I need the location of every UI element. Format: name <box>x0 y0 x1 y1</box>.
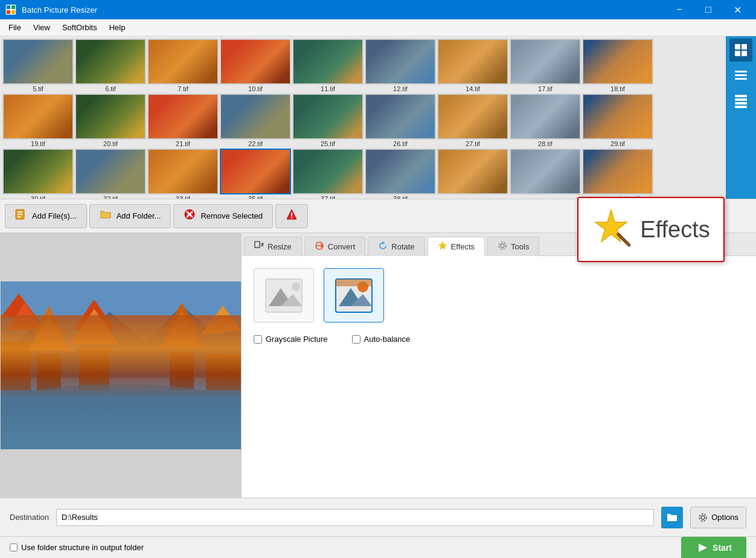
add-files-button[interactable]: Add File(s)... <box>5 204 87 228</box>
thumbnail-image[interactable] <box>75 39 146 85</box>
thumbnail-image[interactable] <box>292 39 364 85</box>
thumbnail-image[interactable] <box>220 94 291 140</box>
minimize-button[interactable]: − <box>665 0 693 19</box>
menu-view[interactable]: View <box>27 21 56 34</box>
thumb-label: 20.tif <box>103 140 118 147</box>
thumbnail-image[interactable] <box>582 39 653 85</box>
svg-rect-18 <box>18 214 22 215</box>
grayscale-checkbox[interactable] <box>254 335 262 344</box>
svg-rect-52 <box>255 242 260 248</box>
tab-effects[interactable]: Effects <box>428 237 485 256</box>
autobalance-checkbox-item[interactable]: Auto-balance <box>352 335 411 344</box>
thumbnail-image[interactable] <box>147 39 219 85</box>
thumbnail-row-2: 19.tif 20.tif 21.tif 22.tif 25.tif 26.ti… <box>2 94 744 147</box>
thumbnail-image[interactable] <box>582 94 653 140</box>
svg-rect-12 <box>735 95 747 97</box>
svg-rect-29 <box>1 281 241 449</box>
thumbnail-image[interactable] <box>292 149 364 194</box>
thumbnail-image[interactable] <box>365 94 436 140</box>
menu-help[interactable]: Help <box>103 21 132 34</box>
browse-button[interactable] <box>661 507 683 528</box>
thumb-label: 17.tif <box>538 85 553 92</box>
checkboxes-row: Grayscale Picture Auto-balance <box>254 335 744 344</box>
svg-rect-14 <box>735 102 747 104</box>
clear-all-button[interactable] <box>275 204 308 228</box>
thumb-label: 28.tif <box>538 140 553 147</box>
menu-file[interactable]: File <box>2 21 27 34</box>
effect-icons-row <box>254 268 744 322</box>
thumbnail-image[interactable] <box>437 94 508 140</box>
svg-point-25 <box>291 217 292 219</box>
list-item: 10.tif <box>220 39 291 92</box>
folder-structure-item[interactable]: Use folder structure in output folder <box>10 543 144 552</box>
tab-resize[interactable]: Resize <box>244 237 302 256</box>
thumbnail-image[interactable] <box>437 149 508 194</box>
list-item: 32.tif <box>75 149 146 199</box>
thumbnail-image[interactable] <box>292 94 364 140</box>
thumbnail-image[interactable] <box>147 94 219 140</box>
tab-tools[interactable]: Tools <box>487 237 539 256</box>
list-item: 21.tif <box>147 94 219 147</box>
list-item: 26.tif <box>365 94 436 147</box>
tab-convert-label: Convert <box>328 242 356 251</box>
effects-popup-text: Effects <box>640 217 710 243</box>
svg-rect-10 <box>735 74 747 76</box>
list-item: 30.tif <box>2 149 74 199</box>
options-button[interactable]: Options <box>690 507 746 528</box>
svg-rect-13 <box>735 98 747 101</box>
destination-label: Destination <box>10 513 49 522</box>
autobalance-checkbox[interactable] <box>352 335 360 344</box>
color-effect-box[interactable] <box>324 268 384 322</box>
svg-rect-11 <box>735 78 747 80</box>
tab-convert[interactable]: Convert <box>304 237 366 256</box>
grayscale-effect-box[interactable] <box>254 268 314 322</box>
thumbnail-image[interactable] <box>75 149 146 194</box>
svg-rect-19 <box>18 216 21 217</box>
thumbnail-image[interactable] <box>510 149 581 194</box>
destination-input[interactable] <box>56 509 654 526</box>
svg-rect-6 <box>742 44 747 50</box>
list-item: autumn lake.tif <box>582 149 653 199</box>
thumb-label: 30.tif <box>31 195 45 199</box>
details-view-button[interactable] <box>729 89 752 112</box>
close-button[interactable]: ✕ <box>723 0 751 19</box>
thumbnail-image[interactable] <box>365 149 436 194</box>
thumbnail-image[interactable] <box>2 149 74 194</box>
menu-softorbits[interactable]: SoftOrbits <box>56 21 103 34</box>
list-item: 11.tif <box>292 39 364 92</box>
tab-rotate[interactable]: Rotate <box>368 237 424 256</box>
thumbnail-image[interactable] <box>365 39 436 85</box>
svg-rect-48 <box>91 396 152 398</box>
svg-point-70 <box>699 514 706 521</box>
thumbnail-image[interactable] <box>510 39 581 85</box>
right-panel: Resize Convert <box>242 233 756 498</box>
thumbnail-view-button[interactable] <box>729 39 752 62</box>
start-button[interactable]: Start <box>681 537 746 559</box>
thumbnail-image[interactable] <box>437 39 508 85</box>
thumb-label: 11.tif <box>321 85 335 92</box>
preview-image <box>1 281 241 449</box>
remove-selected-button[interactable]: Remove Selected <box>173 204 273 228</box>
thumbnail-image[interactable] <box>2 94 74 140</box>
add-files-label: Add File(s)... <box>32 211 77 220</box>
thumbnail-image[interactable] <box>220 39 291 85</box>
list-item: 25.tif <box>292 94 364 147</box>
folder-structure-checkbox[interactable] <box>10 544 18 551</box>
maximize-button[interactable]: □ <box>694 0 722 19</box>
grayscale-checkbox-item[interactable]: Grayscale Picture <box>254 335 328 344</box>
thumbnail-image[interactable] <box>2 39 74 85</box>
thumbnail-image[interactable] <box>582 149 653 194</box>
start-label: Start <box>713 543 732 553</box>
thumb-label: 38.tif <box>393 195 408 199</box>
svg-rect-37 <box>79 348 109 414</box>
thumbnail-grid: 5.tif 6.tif 7.tif 10.tif 11.tif 12.tif <box>0 36 746 199</box>
list-view-button[interactable] <box>729 64 752 87</box>
thumbnail-image[interactable] <box>510 94 581 140</box>
add-folder-label: Add Folder... <box>117 211 161 220</box>
thumbnail-image[interactable] <box>147 149 219 194</box>
thumb-label: 19.tif <box>31 140 45 147</box>
remove-icon <box>184 208 196 223</box>
thumbnail-image[interactable] <box>220 149 291 194</box>
add-folder-button[interactable]: Add Folder... <box>89 204 171 228</box>
thumbnail-image[interactable] <box>75 94 146 140</box>
